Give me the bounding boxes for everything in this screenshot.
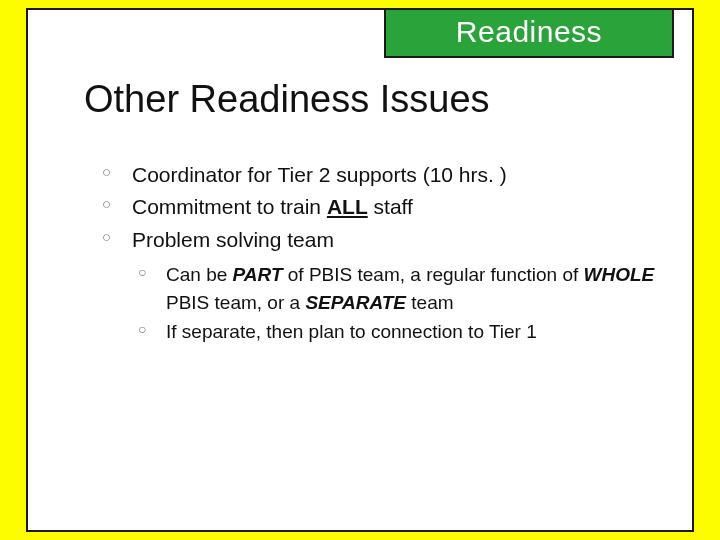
slide-body: Coordinator for Tier 2 supports (10 hrs.… (98, 160, 662, 348)
emphasis-underline: ALL (327, 195, 368, 218)
emphasis-italic: SEPARATE (305, 292, 406, 313)
emphasis-italic: WHOLE (584, 264, 655, 285)
bullet-text: PBIS team, or a (166, 292, 305, 313)
emphasis-italic: PART (233, 264, 283, 285)
bullet-text: Can be (166, 264, 233, 285)
slide-card: Readiness Other Readiness Issues Coordin… (26, 8, 694, 532)
sub-bullet-list: Can be PART of PBIS team, a regular func… (132, 261, 662, 346)
list-item: Commitment to train ALL staff (98, 192, 662, 222)
list-item: If separate, then plan to connection to … (132, 318, 662, 346)
bullet-list: Coordinator for Tier 2 supports (10 hrs.… (98, 160, 662, 346)
bullet-text: Coordinator for Tier 2 supports (10 hrs.… (132, 163, 507, 186)
bullet-text: Commitment to train (132, 195, 327, 218)
bullet-text: If separate, then plan to connection to … (166, 321, 537, 342)
list-item: Can be PART of PBIS team, a regular func… (132, 261, 662, 316)
slide-title: Other Readiness Issues (84, 78, 490, 121)
bullet-text: staff (368, 195, 413, 218)
bullet-text: team (406, 292, 454, 313)
readiness-tag: Readiness (384, 8, 674, 58)
bullet-text: of PBIS team, a regular function of (283, 264, 584, 285)
list-item: Coordinator for Tier 2 supports (10 hrs.… (98, 160, 662, 190)
list-item: Problem solving team Can be PART of PBIS… (98, 225, 662, 346)
bullet-text: Problem solving team (132, 228, 334, 251)
